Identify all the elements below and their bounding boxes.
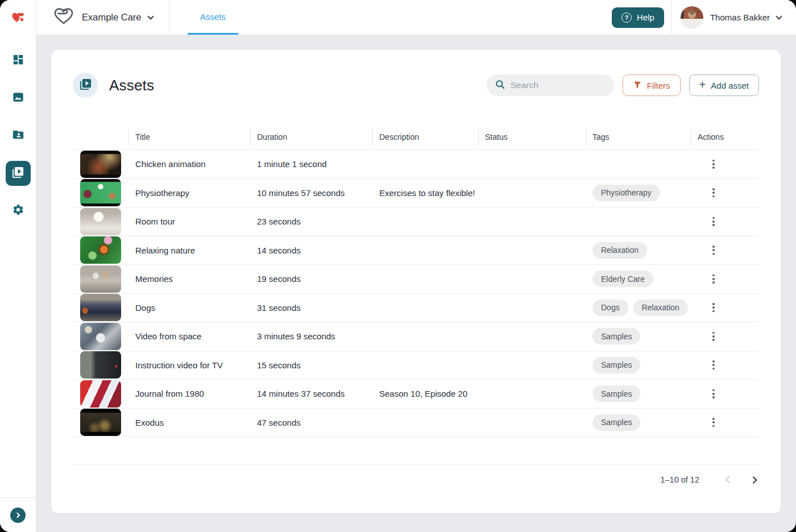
video-library-icon [79,78,92,93]
chevron-left-icon [725,476,732,483]
org-name: Example Care [82,12,142,23]
tab-assets[interactable]: Assets [188,0,238,35]
row-actions-menu-button[interactable] [707,271,720,287]
row-actions-menu-button[interactable] [707,329,720,344]
filter-funnel-icon [633,80,642,91]
user-name: Thomas Bakker [710,13,770,22]
plus-icon: + [699,79,706,90]
asset-thumbnail[interactable] [80,208,121,235]
tag-pill: Samples [592,328,640,344]
asset-thumbnail[interactable] [80,236,121,264]
assets-video-library-icon [11,166,24,181]
row-actions-menu-button[interactable] [707,242,720,258]
asset-tags: Samples [586,328,691,344]
help-button[interactable]: ? Help [612,7,664,28]
table-row[interactable]: Relaxing nature 14 seconds Relaxation [73,236,759,265]
column-header: Duration [250,124,372,149]
asset-title: Memories [128,274,250,284]
column-header: Title [128,124,250,149]
user-menu[interactable]: Thomas Bakker [671,0,796,35]
asset-title: Instruction video for TV [128,360,250,370]
table-row[interactable]: Instruction video for TV 15 seconds Samp… [73,351,759,380]
asset-duration: 14 minutes 37 seconds [250,389,372,398]
sidebar-item-media[interactable] [6,86,31,111]
app-logo [0,0,36,35]
asset-thumbnail[interactable] [80,294,121,321]
tag-pill: Samples [592,385,640,402]
page-title: Assets [109,77,154,94]
table-row[interactable]: Journal from 1980 14 minutes 37 seconds … [73,379,759,408]
sidebar-item-clients[interactable] [6,123,31,148]
asset-title: Journal from 1980 [128,389,250,398]
row-actions-menu-button[interactable] [707,185,720,201]
tag-pill: Elderly Care [592,271,653,287]
tag-pill: Samples [592,414,640,431]
asset-duration: 31 seconds [250,303,372,313]
assets-table: TitleDurationDescriptionStatusTagsAction… [73,124,759,494]
table-header: TitleDurationDescriptionStatusTagsAction… [73,124,759,149]
next-page-button[interactable] [748,472,760,487]
column-header: Description [372,124,478,149]
search-input[interactable] [511,80,596,90]
asset-title: Dogs [128,303,250,313]
row-actions-menu-button[interactable] [707,156,720,172]
row-actions-menu-button[interactable] [707,386,720,402]
asset-duration: 10 minutes 57 seconds [250,188,372,198]
asset-thumbnail[interactable] [80,179,121,206]
sidebar-footer [0,497,36,532]
asset-duration: 19 seconds [250,274,372,284]
asset-title: Relaxing nature [128,246,250,255]
add-asset-button[interactable]: + Add asset [689,74,759,96]
table-row[interactable]: Room tour 23 seconds [73,207,759,236]
chevron-down-icon [147,13,154,19]
asset-thumbnail[interactable] [80,351,121,379]
table-row[interactable]: Video from space 3 minutes 9 seconds Sam… [73,322,759,351]
asset-description: Season 10, Episode 20 [372,389,478,398]
sidebar [0,0,36,532]
row-actions-menu-button[interactable] [707,214,720,230]
table-empty-space [73,437,759,464]
asset-tags: Samples [586,385,691,402]
asset-thumbnail[interactable] [80,409,121,436]
table-row[interactable]: Physiotherapy 10 minutes 57 seconds Exer… [73,178,759,207]
tag-pill: Samples [592,357,640,373]
asset-tags: Elderly Care [586,271,691,287]
app-window: Example Care Assets ? Help Thomas Bakker [0,0,796,532]
table-row[interactable]: Chicken animation 1 minute 1 second [73,149,759,178]
card-header: Assets Filters + [73,50,759,98]
column-header: Tags [586,124,691,149]
asset-thumbnail[interactable] [80,323,121,350]
tag-pill: Dogs [592,300,628,316]
sidebar-item-dashboard[interactable] [6,48,31,73]
row-actions-menu-button[interactable] [707,414,720,430]
pagination-range: 1–10 of 12 [660,475,699,484]
topbar: Example Care Assets ? Help Thomas Bakker [36,0,796,35]
previous-page-button[interactable] [723,472,735,487]
asset-duration: 1 minute 1 second [250,159,372,169]
row-actions-menu-button[interactable] [707,300,720,315]
table-row[interactable]: Dogs 31 seconds DogsRelaxation [73,293,759,322]
chevron-right-icon [750,476,757,483]
asset-thumbnail[interactable] [80,151,121,178]
sidebar-item-settings[interactable] [6,198,31,223]
topbar-tabs: Assets [188,0,238,35]
column-header: Status [478,124,586,149]
org-switcher[interactable]: Example Care [36,0,169,35]
asset-title: Exodus [128,418,250,427]
filters-button[interactable]: Filters [623,74,681,96]
asset-tags: Physiotherapy [586,185,691,201]
sidebar-item-assets[interactable] [6,161,31,186]
header-actions: Filters + Add asset [487,74,759,96]
asset-tags: DogsRelaxation [586,300,691,316]
main-content: Assets Filters + [36,35,796,532]
sidebar-expand-button[interactable] [10,508,26,523]
asset-thumbnail[interactable] [80,265,121,293]
asset-duration: 23 seconds [250,217,372,226]
table-row[interactable]: Memories 19 seconds Elderly Care [73,264,759,293]
asset-thumbnail[interactable] [80,380,121,408]
table-row[interactable]: Exodus 47 seconds Samples [73,408,759,437]
table-body: Chicken animation 1 minute 1 second Phys… [73,149,759,437]
column-header: Actions [691,124,759,149]
tag-pill: Relaxation [592,242,647,259]
row-actions-menu-button[interactable] [707,357,720,373]
